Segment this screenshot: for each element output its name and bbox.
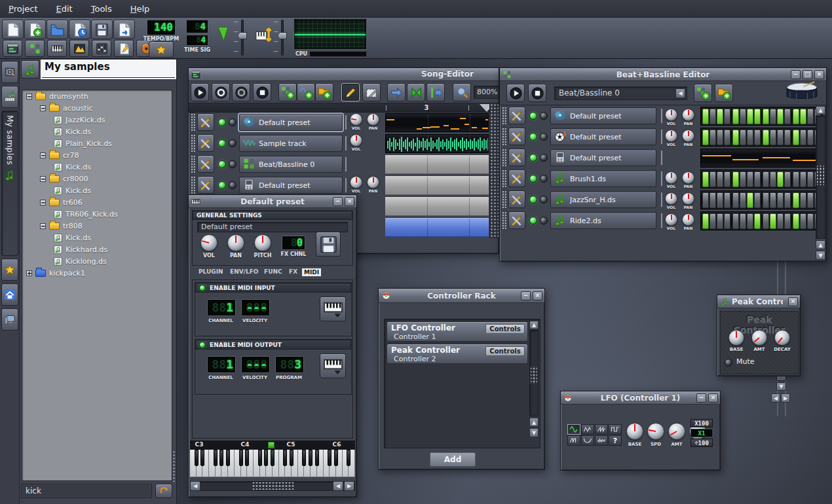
panel-resize-handle[interactable] bbox=[172, 450, 176, 482]
enable-led[interactable] bbox=[199, 342, 206, 348]
piano-scrollbar-thumb[interactable] bbox=[252, 482, 295, 490]
beat-cell[interactable] bbox=[732, 109, 739, 124]
beat-cell[interactable] bbox=[747, 130, 753, 145]
track-grip[interactable] bbox=[501, 169, 507, 188]
moog-saw-wave-button[interactable] bbox=[567, 435, 580, 446]
track-grip[interactable] bbox=[501, 127, 507, 146]
beat-cell[interactable] bbox=[732, 171, 739, 187]
zoom-level-select[interactable]: 800% bbox=[474, 86, 499, 99]
new-project-button[interactable] bbox=[2, 20, 24, 39]
vol-knob[interactable] bbox=[350, 176, 362, 189]
track-grip[interactable] bbox=[190, 113, 196, 132]
beat-cell[interactable] bbox=[754, 192, 761, 208]
tree-item[interactable]: Kick.ds bbox=[22, 126, 172, 137]
midi-keyboard-button[interactable] bbox=[320, 297, 346, 321]
zoom-button[interactable] bbox=[453, 83, 471, 101]
mute-led[interactable] bbox=[529, 175, 537, 183]
scroll-down-icon[interactable]: ▼ bbox=[776, 382, 786, 391]
save-project-button[interactable] bbox=[91, 20, 113, 39]
tree-expander[interactable]: − bbox=[40, 176, 46, 182]
mute-led[interactable] bbox=[529, 196, 537, 204]
beat-cell[interactable] bbox=[740, 213, 746, 229]
timesig-lower-display[interactable]: 884 bbox=[186, 35, 208, 46]
sidebar-tab-my-samples[interactable]: My samples bbox=[1, 111, 18, 256]
empty-pattern-cell[interactable] bbox=[385, 176, 489, 195]
base-knob[interactable] bbox=[626, 423, 643, 440]
beat-cell[interactable] bbox=[793, 109, 799, 124]
beat-cell[interactable] bbox=[717, 192, 723, 208]
midi-pattern-segment[interactable] bbox=[700, 149, 822, 168]
beat-cell[interactable] bbox=[732, 192, 739, 208]
tree-item[interactable]: −drumsynth bbox=[22, 90, 172, 102]
noise-wave-button[interactable] bbox=[595, 435, 608, 446]
solo-led[interactable] bbox=[229, 181, 236, 189]
tree-expander[interactable]: + bbox=[26, 270, 32, 276]
piano-key-black[interactable] bbox=[290, 450, 293, 466]
new-from-template-button[interactable] bbox=[24, 20, 46, 39]
tree-item[interactable]: Plain_Kick.ds bbox=[22, 137, 172, 149]
beat-cell[interactable] bbox=[800, 171, 806, 187]
piano-key-black[interactable] bbox=[258, 450, 262, 466]
beat-cell[interactable] bbox=[807, 192, 814, 208]
samples-header-icon-button[interactable] bbox=[21, 60, 39, 79]
tree-expander[interactable]: − bbox=[26, 94, 32, 99]
menu-project[interactable]: Project bbox=[9, 4, 38, 14]
beat-cell[interactable] bbox=[763, 171, 769, 187]
beat-cell[interactable] bbox=[724, 171, 730, 187]
tree-item[interactable]: JazzKick.ds bbox=[22, 114, 172, 126]
scroll-down-icon[interactable]: ▼ bbox=[816, 251, 825, 260]
track-grip[interactable] bbox=[190, 134, 196, 153]
beat-cell[interactable] bbox=[709, 130, 716, 145]
beat-cell[interactable] bbox=[724, 192, 730, 208]
track-name-plate[interactable]: Default preset bbox=[239, 177, 343, 194]
piano-key-black[interactable] bbox=[245, 450, 249, 466]
close-button[interactable]: × bbox=[814, 70, 824, 79]
beat-cell[interactable] bbox=[747, 192, 753, 208]
vol-knob[interactable] bbox=[665, 171, 677, 184]
preset-name-field[interactable]: Default preset bbox=[197, 222, 348, 232]
velocity-display[interactable]: 888--- bbox=[241, 299, 270, 316]
piano-key-black[interactable] bbox=[334, 450, 338, 466]
tab-env-lfo[interactable]: ENV/LFO bbox=[230, 268, 258, 275]
piano-key-black[interactable] bbox=[347, 450, 350, 466]
controls-button[interactable]: Controls bbox=[485, 346, 525, 356]
beat-cell[interactable] bbox=[702, 109, 709, 124]
stop-button[interactable] bbox=[253, 83, 271, 101]
channel-display[interactable]: 8881 bbox=[207, 299, 236, 316]
bb-editor-titlebar[interactable]: Beat+Bassline Editor−□× bbox=[500, 68, 826, 81]
beat-cell[interactable] bbox=[702, 213, 709, 229]
pan-knob[interactable] bbox=[682, 109, 694, 121]
beat-cell[interactable] bbox=[793, 171, 799, 187]
save-preset-button[interactable] bbox=[316, 232, 341, 257]
tree-item[interactable]: Kick.ds bbox=[22, 232, 172, 243]
minimize-button[interactable]: − bbox=[521, 291, 531, 300]
tab-fx[interactable]: FX bbox=[289, 268, 297, 275]
minimize-button[interactable]: − bbox=[333, 197, 343, 206]
scroll-left-icon[interactable]: ◀ bbox=[190, 481, 200, 491]
mute-led[interactable] bbox=[218, 118, 226, 126]
maximize-button[interactable]: □ bbox=[803, 70, 812, 79]
beat-cell[interactable] bbox=[770, 192, 776, 208]
add-sample-track-button[interactable] bbox=[297, 83, 315, 101]
track-name-plate[interactable]: Default preset bbox=[550, 107, 656, 124]
beat-cell[interactable] bbox=[747, 109, 753, 124]
beat-cell[interactable] bbox=[740, 171, 746, 187]
piano-key-black[interactable] bbox=[226, 450, 230, 466]
track-grip[interactable] bbox=[190, 154, 196, 173]
beat-cell[interactable] bbox=[709, 192, 716, 208]
program-display[interactable]: 8883 bbox=[275, 356, 304, 373]
multiplier-x1-button[interactable]: X1 bbox=[690, 429, 713, 437]
beat-cell[interactable] bbox=[747, 171, 753, 187]
amt-knob[interactable] bbox=[668, 423, 685, 440]
beat-cell[interactable] bbox=[732, 130, 739, 145]
mute-led[interactable] bbox=[529, 112, 537, 120]
draw-mode-button[interactable] bbox=[341, 83, 360, 101]
mute-checkbox[interactable] bbox=[725, 359, 732, 367]
combo-arrow-icon[interactable]: ◀ bbox=[675, 88, 685, 98]
scroll-up-icon[interactable]: ▲ bbox=[816, 106, 825, 115]
square-wave-button[interactable] bbox=[609, 424, 622, 435]
piano-key-black[interactable] bbox=[328, 450, 331, 466]
beat-cell[interactable] bbox=[740, 130, 746, 145]
piano-key-black[interactable] bbox=[271, 450, 274, 466]
track-actions-button[interactable] bbox=[508, 211, 525, 229]
